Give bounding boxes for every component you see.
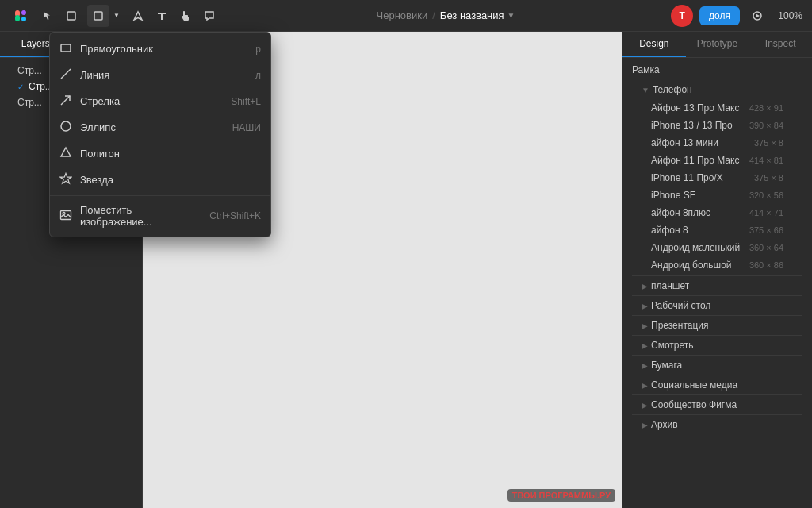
presentation-arrow-icon: ▶	[642, 321, 648, 330]
tab-prototype[interactable]: Prototype	[686, 32, 749, 57]
arrow-icon	[59, 94, 72, 109]
dropdown-item-place-image[interactable]: Поместить изображение... Ctrl+Shift+K	[50, 198, 270, 233]
watermark: ТВОИ ПРОГРАММЫ.РУ	[508, 489, 615, 502]
frame-row-android-small[interactable]: Андроид маленький 360 × 64	[632, 239, 802, 256]
svg-rect-4	[67, 12, 75, 20]
svg-marker-12	[61, 148, 71, 156]
phone-category: ▼ Телефон Айфон 13 Про Макс 428 × 91 iPh…	[632, 80, 802, 274]
dropdown-label-ellipse: Эллипс	[80, 121, 116, 133]
frame-dims-iphone13promax: 428 × 91	[749, 103, 783, 113]
svg-line-9	[61, 69, 71, 79]
toolbar: ▼	[0, 0, 812, 32]
svg-rect-14	[61, 210, 71, 219]
layer-label-1: Стр...	[17, 65, 42, 76]
category-figma-community-label: Сообщество Фигма	[651, 399, 737, 410]
dropdown-divider	[50, 195, 270, 196]
toolbar-left: ▼	[10, 5, 220, 27]
frame-row-iphone8plus[interactable]: айфон 8плюс 414 × 71	[632, 204, 802, 221]
place-image-icon	[59, 209, 72, 224]
toolbar-right: Т доля 100%	[671, 5, 802, 27]
category-figma-community[interactable]: ▶ Сообщество Фигма	[632, 394, 802, 414]
tablet-arrow-icon: ▶	[642, 282, 648, 291]
frame-row-iphonese[interactable]: iPhone SE 320 × 56	[632, 187, 802, 204]
frame-name-iphone11promax: Айфон 11 Про Макс	[651, 155, 739, 166]
play-button[interactable]	[746, 5, 768, 27]
logo-button[interactable]	[10, 5, 32, 27]
phone-category-header[interactable]: ▼ Телефон	[632, 80, 802, 99]
frame-row-iphone11promax[interactable]: Айфон 11 Про Макс 414 × 81	[632, 152, 802, 169]
dropdown-item-polygon[interactable]: Полигон	[50, 140, 270, 167]
category-presentation[interactable]: ▶ Презентация	[632, 315, 802, 335]
shape-tool-button[interactable]	[87, 5, 109, 27]
svg-rect-5	[94, 12, 102, 20]
dropdown-item-left-rectangle: Прямоугольник	[59, 41, 153, 56]
frame-row-iphone13mini[interactable]: айфон 13 мини 375 × 8	[632, 134, 802, 152]
frame-row-android-large[interactable]: Андроид большой 360 × 86	[632, 256, 802, 274]
category-desktop[interactable]: ▶ Рабочий стол	[632, 295, 802, 315]
shape-dropdown-arrow[interactable]: ▼	[111, 5, 122, 27]
svg-line-10	[61, 96, 70, 105]
dropdown-label-line: Линия	[80, 69, 109, 81]
dropdown-item-rectangle[interactable]: Прямоугольник р	[50, 36, 270, 62]
dropdown-label-star: Звезда	[80, 174, 113, 186]
dropdown-item-left-ellipse: Эллипс	[59, 120, 116, 135]
hand-tool-button[interactable]	[174, 5, 197, 27]
dropdown-item-arrow[interactable]: Стрелка Shift+L	[50, 88, 270, 114]
frame-dims-iphone8: 375 × 66	[749, 225, 783, 235]
dropdown-item-ellipse[interactable]: Эллипс НАШИ	[50, 114, 270, 140]
frame-dims-iphone11prox: 375 × 8	[754, 173, 783, 183]
toolbar-center: Черновики / Без названия ▼	[377, 10, 515, 21]
category-watch[interactable]: ▶ Смотреть	[632, 335, 802, 355]
category-archive[interactable]: ▶ Архив	[632, 414, 802, 434]
frame-dims-iphone13pro: 390 × 84	[749, 121, 783, 130]
comment-tool-button[interactable]	[198, 5, 220, 27]
frame-name-iphone8plus: айфон 8плюс	[651, 207, 710, 218]
chevron-down-icon: ▼	[508, 11, 515, 20]
svg-rect-2	[21, 17, 26, 21]
category-social-label: Социальные медиа	[651, 379, 737, 391]
rectangle-icon	[59, 41, 72, 56]
frame-row-iphone13pro[interactable]: iPhone 13 / 13 Про 390 × 84	[632, 117, 802, 134]
svg-rect-8	[61, 44, 71, 52]
frame-row-iphone11prox[interactable]: iPhone 11 Про/X 375 × 8	[632, 169, 802, 187]
move-tool-button[interactable]	[36, 5, 59, 27]
breadcrumb-title[interactable]: Без названия ▼	[440, 10, 515, 21]
dropdown-label-place-image: Поместить изображение...	[80, 204, 201, 228]
tool-group-move	[36, 5, 82, 27]
text-tool-button[interactable]	[151, 5, 173, 27]
ellipse-icon	[59, 120, 72, 135]
archive-arrow-icon: ▶	[642, 421, 648, 429]
avatar: Т	[671, 5, 693, 27]
frame-row-iphone8[interactable]: айфон 8 375 × 66	[632, 221, 802, 239]
dropdown-label-polygon: Полигон	[80, 148, 120, 160]
tab-inspect[interactable]: Inspect	[749, 32, 812, 57]
svg-marker-13	[60, 174, 71, 184]
frame-dims-iphone11promax: 414 × 81	[749, 156, 783, 165]
shortcut-ellipse: НАШИ	[232, 122, 261, 133]
dropdown-item-left-star: Звезда	[59, 172, 113, 187]
category-social[interactable]: ▶ Социальные медиа	[632, 375, 802, 394]
layer-label-3: Стр...	[17, 97, 42, 108]
dropdown-item-left-line: Линия	[59, 67, 109, 83]
zoom-label[interactable]: 100%	[775, 10, 802, 21]
check-icon: ✓	[17, 83, 24, 91]
svg-marker-7	[756, 13, 760, 17]
desktop-arrow-icon: ▶	[642, 302, 648, 310]
share-button[interactable]: доля	[699, 6, 740, 25]
dropdown-label-rectangle: Прямоугольник	[80, 43, 153, 55]
frame-row-iphone13promax[interactable]: Айфон 13 Про Макс 428 × 91	[632, 99, 802, 117]
category-paper-label: Бумага	[651, 360, 682, 371]
tab-design[interactable]: Design	[622, 32, 686, 57]
frame-tool-button[interactable]	[60, 5, 82, 27]
phone-category-label: Телефон	[653, 84, 692, 95]
dropdown-item-star[interactable]: Звезда	[50, 167, 270, 193]
category-paper[interactable]: ▶ Бумага	[632, 355, 802, 375]
dropdown-item-left-arrow: Стрелка	[59, 94, 120, 109]
shortcut-line: л	[255, 70, 261, 81]
frame-name-iphone13mini: айфон 13 мини	[651, 137, 718, 148]
pen-tool-button[interactable]	[127, 5, 149, 27]
dropdown-item-line[interactable]: Линия л	[50, 62, 270, 88]
tool-group-scale: ▼	[87, 5, 122, 27]
category-tablet[interactable]: ▶ планшет	[632, 275, 802, 295]
phone-expand-arrow: ▼	[642, 86, 649, 94]
